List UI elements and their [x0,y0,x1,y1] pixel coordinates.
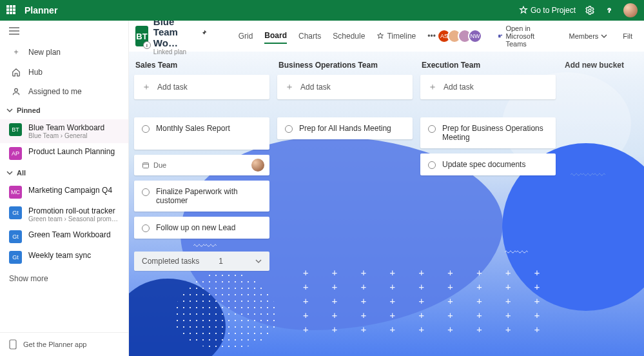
plan-item-sub: Green team › Seasonal prom… [28,215,118,222]
plan-item-title: Weekly team sync [28,251,91,260]
sidebar-toggle-icon[interactable] [0,21,128,41]
plan-item-title: Marketing Campaign Q4 [28,186,112,195]
member-avatars[interactable]: ASNW [441,29,482,43]
settings-icon[interactable] [585,5,595,15]
bucket-title[interactable]: Business Operations Team [277,58,413,75]
task-card[interactable]: Monthly Sales Report [134,117,269,150]
task-title: Prep for All Hands Meeting [299,124,405,133]
assigned-button[interactable]: Assigned to me [0,82,128,101]
tab-timeline[interactable]: Timeline [376,29,416,43]
tab-charts[interactable]: Charts [298,29,321,43]
completed-tasks-toggle[interactable]: Completed tasks1 [134,252,269,271]
plus-icon: ＋ [285,81,294,93]
sidebar-plan-item[interactable]: MC Marketing Campaign Q4 [0,182,128,203]
more-views-icon[interactable]: ••• [427,29,436,43]
add-task-label: Add task [300,83,331,92]
task-due-row[interactable]: Due [134,155,269,175]
bucket-title[interactable]: Sales Team [134,58,269,75]
member-avatar[interactable]: NW [468,29,482,43]
plan-badge[interactable]: BT i [135,26,148,46]
plan-item-badge: MC [9,186,22,199]
show-more-button[interactable]: Show more [0,268,128,290]
sidebar-plan-item[interactable]: Gt Green Team Workboard [0,226,128,247]
tab-board[interactable]: Board [264,28,287,44]
app-launcher-icon[interactable] [6,5,17,15]
task-card[interactable]: Finalize Paperwork with customer [134,181,269,212]
go-to-project-button[interactable]: Go to Project [519,6,576,15]
complete-toggle-icon[interactable] [428,161,436,169]
plan-item-title: Product Launch Planning [28,147,115,156]
task-card[interactable]: Prep for All Hands Meeting [277,117,413,139]
all-label: All [17,169,26,177]
add-task-button[interactable]: ＋Add task [277,75,413,99]
add-task-button[interactable]: ＋Add task [420,75,556,99]
app-title: Planner [24,5,57,15]
plus-icon: ＋ [428,81,437,93]
add-task-label: Add task [444,83,474,92]
pinned-label: Pinned [17,106,41,114]
board: Sales Team＋Add taskMonthly Sales ReportD… [129,52,644,277]
complete-toggle-icon[interactable] [142,125,150,133]
plus-icon: ＋ [12,46,21,57]
completed-label: Completed tasks [142,257,199,266]
svg-rect-8 [498,35,501,37]
task-card[interactable]: Follow up on new Lead [134,217,269,239]
due-label: Due [153,161,166,169]
svg-point-9 [501,35,502,36]
sidebar-plan-item[interactable]: BT Blue Team WorkboardBlue Team › Genera… [0,119,128,143]
add-task-button[interactable]: ＋Add task [134,75,269,99]
plan-item-badge: BT [9,123,22,136]
home-icon [12,68,21,77]
filter-button[interactable]: Filt [618,32,638,40]
sidebar-plan-item[interactable]: AP Product Launch Planning [0,143,128,164]
person-icon [12,87,21,96]
help-icon[interactable]: ? [604,5,614,15]
bucket-title[interactable]: Execution Team [420,58,556,75]
task-title: Monthly Sales Report [156,124,262,133]
tab-schedule[interactable]: Schedule [333,29,365,43]
task-title: Prep for Business Operations Meeting [442,124,548,142]
plan-badge-text: BT [136,32,147,41]
pin-icon[interactable] [200,29,208,37]
plan-title[interactable]: Blue Team Wo… [153,21,196,48]
bucket: Business Operations Team＋Add taskPrep fo… [277,58,413,144]
svg-text:?: ? [607,7,610,14]
complete-toggle-icon[interactable] [285,125,293,133]
plan-item-title: Blue Team Workboard [28,123,104,132]
hub-label: Hub [28,68,43,77]
plus-icon: ＋ [142,81,151,93]
plan-header: BT i Blue Team Wo… Linked plan Grid Boar… [129,21,644,52]
sidebar-plan-item[interactable]: Gt Promotion roll-out trackerGreen team … [0,203,128,226]
add-bucket-label: Add new bucket [563,58,644,75]
task-card[interactable]: Update spec documents [420,153,556,175]
plan-info-icon[interactable]: i [143,41,151,49]
user-avatar[interactable] [623,3,638,17]
hub-button[interactable]: Hub [0,63,128,82]
plan-item-badge: Gt [9,251,22,264]
complete-toggle-icon[interactable] [142,224,150,232]
add-bucket-button[interactable]: Add new bucket [563,58,644,75]
get-app-button[interactable]: Get the Planner app [0,332,128,356]
members-button[interactable]: Members [563,32,612,40]
complete-toggle-icon[interactable] [428,125,436,133]
new-plan-label: New plan [28,48,61,57]
add-task-label: Add task [157,83,188,92]
go-to-project-label: Go to Project [531,6,576,15]
complete-toggle-icon[interactable] [142,188,150,196]
pinned-section-toggle[interactable]: Pinned [0,101,128,119]
plan-item-title: Green Team Workboard [28,230,111,239]
task-title: Finalize Paperwork with customer [156,187,262,205]
tab-grid[interactable]: Grid [239,29,253,43]
new-plan-button[interactable]: ＋ New plan [0,41,128,63]
plan-item-badge: Gt [9,206,22,219]
assignee-avatar[interactable] [251,159,264,172]
task-card[interactable]: Prep for Business Operations Meeting [420,117,556,148]
plan-item-title: Promotion roll-out tracker [28,206,118,215]
open-in-teams-button[interactable]: Open in Microsoft Teams [493,25,559,48]
assigned-label: Assigned to me [28,87,82,96]
all-section-toggle[interactable]: All [0,164,128,182]
content-area: + + + + + + + + + + + + + + + + + + + + … [129,21,644,356]
completed-count: 1 [219,257,223,266]
app-topbar: Planner Go to Project ? [0,0,644,21]
sidebar-plan-item[interactable]: Gt Weekly team sync [0,247,128,268]
